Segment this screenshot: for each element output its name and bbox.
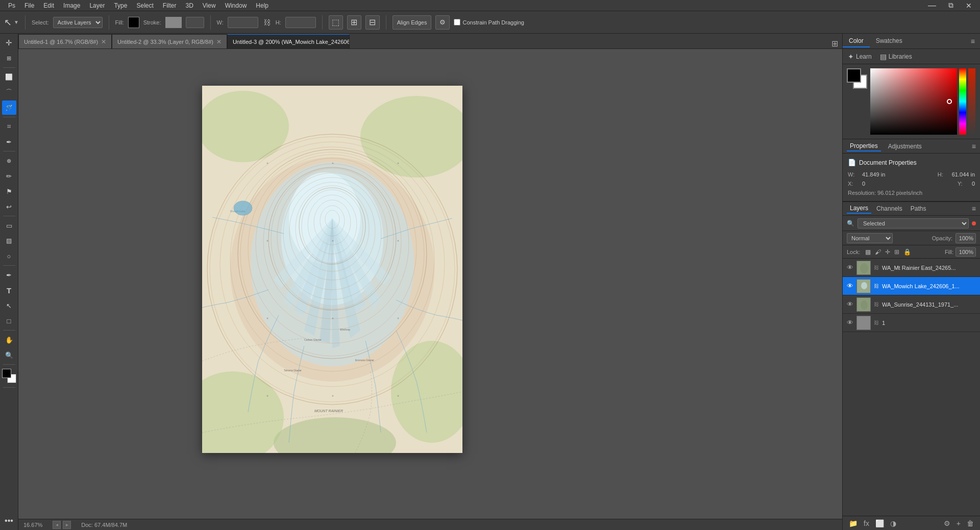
- tab-2[interactable]: Untitled-2 @ 33.3% (Layer 0, RGB/8#) ✕: [112, 34, 227, 48]
- menu-3d[interactable]: 3D: [181, 1, 197, 10]
- tool-eyedropper[interactable]: ✒: [2, 135, 16, 149]
- layer-2-visibility-icon[interactable]: 👁: [847, 282, 853, 290]
- layer-item-4[interactable]: 👁 ⛓ 1: [843, 314, 980, 332]
- delete-layer-btn[interactable]: 🗑: [965, 518, 976, 528]
- layer-4-visibility-icon[interactable]: 👁: [847, 319, 853, 326]
- tab-color[interactable]: Color: [843, 35, 870, 47]
- menu-filter[interactable]: Filter: [159, 1, 181, 10]
- tool-extra[interactable]: •••: [2, 514, 16, 528]
- menu-window[interactable]: Window: [221, 1, 251, 10]
- lock-artboard-icon[interactable]: ⊞: [893, 247, 900, 257]
- fill-input[interactable]: [955, 247, 976, 257]
- minimize-btn[interactable]: —: [924, 0, 940, 11]
- layers-collapse[interactable]: ≡: [972, 205, 976, 213]
- menu-select[interactable]: Select: [132, 1, 157, 10]
- tool-brush[interactable]: ✏: [2, 169, 16, 183]
- tool-move[interactable]: ✛: [2, 36, 16, 50]
- gear-icon[interactable]: ⚙: [435, 15, 450, 30]
- restore-btn[interactable]: ⧉: [944, 0, 958, 11]
- fg-bg-color-swatch[interactable]: [2, 369, 16, 383]
- menu-type[interactable]: Type: [110, 1, 131, 10]
- tool-marquee[interactable]: ⬜: [2, 70, 16, 84]
- tab-adjustments[interactable]: Adjustments: [885, 142, 925, 151]
- stroke-width-input[interactable]: [186, 17, 204, 28]
- tab-layers[interactable]: Layers: [847, 204, 871, 214]
- opacity-input[interactable]: [955, 233, 976, 243]
- lock-image-icon[interactable]: 🖌: [874, 247, 882, 257]
- tool-stamp[interactable]: ⚑: [2, 184, 16, 198]
- tool-pen[interactable]: ✒: [2, 268, 16, 282]
- new-group-btn[interactable]: 📁: [847, 518, 860, 528]
- canvas-viewport[interactable]: MOUNT RAINIER Carbon Glacier Winthrop Ta…: [18, 49, 842, 519]
- menu-file[interactable]: File: [20, 1, 38, 10]
- blend-mode-select[interactable]: Normal Multiply Screen Overlay: [847, 233, 893, 243]
- menu-ps[interactable]: Ps: [4, 1, 19, 10]
- stroke-swatch[interactable]: [165, 17, 182, 28]
- constrain-dragging-label[interactable]: Constrain Path Dragging: [454, 19, 524, 26]
- path-btn-3[interactable]: ⊟: [365, 15, 380, 30]
- tool-crop[interactable]: ⌗: [2, 119, 16, 134]
- tool-gradient[interactable]: ▨: [2, 234, 16, 248]
- fx-btn[interactable]: fx: [862, 518, 871, 528]
- tab-1-close[interactable]: ✕: [101, 38, 106, 45]
- tool-history-brush[interactable]: ↩: [2, 199, 16, 214]
- adjustment-btn[interactable]: ◑: [888, 518, 898, 528]
- lock-position-icon[interactable]: ✛: [884, 247, 891, 257]
- mask-btn[interactable]: ⬜: [873, 518, 886, 528]
- tab-properties[interactable]: Properties: [847, 141, 881, 152]
- tool-dodge[interactable]: ○: [2, 249, 16, 263]
- fill-swatch[interactable]: [128, 17, 139, 28]
- color-alpha-bar[interactable]: [968, 68, 975, 135]
- tool-lasso[interactable]: ⌒: [2, 85, 16, 99]
- tool-path-select[interactable]: ↖: [2, 298, 16, 313]
- link-icon[interactable]: ⛓: [262, 18, 272, 27]
- fg-color-swatch[interactable]: [847, 68, 861, 83]
- lock-all-icon[interactable]: 🔒: [902, 247, 912, 257]
- new-layer-btn[interactable]: +: [954, 518, 963, 528]
- tab-channels[interactable]: Channels: [873, 204, 905, 213]
- tab-2-close[interactable]: ✕: [216, 38, 222, 45]
- layers-filter-select[interactable]: Selected All Name: [857, 218, 969, 229]
- libraries-btn[interactable]: ▤ Libraries: [880, 53, 912, 61]
- tool-hand[interactable]: ✋: [2, 333, 16, 347]
- learn-btn[interactable]: ✦ Learn: [848, 53, 872, 61]
- h-input[interactable]: [285, 17, 316, 28]
- tool-shape[interactable]: □: [2, 314, 16, 328]
- tool-artboard[interactable]: ⊞: [2, 51, 16, 65]
- tool-type[interactable]: T: [2, 283, 16, 297]
- menu-image[interactable]: Image: [59, 1, 84, 10]
- tool-heal[interactable]: ⊕: [2, 154, 16, 168]
- path-btn-1[interactable]: ⬚: [329, 15, 343, 30]
- menu-view[interactable]: View: [199, 1, 220, 10]
- layer-item-3[interactable]: 👁 ⛓ WA_Sunrise_244131_1971_...: [843, 295, 980, 314]
- align-edges-btn[interactable]: Align Edges: [393, 15, 432, 30]
- nav-right-btn[interactable]: ▸: [63, 521, 71, 529]
- tab-swatches[interactable]: Swatches: [870, 35, 909, 47]
- constrain-dragging-checkbox[interactable]: [454, 19, 460, 26]
- fg-bg-swatch[interactable]: [847, 68, 867, 89]
- layer-item-1[interactable]: 👁 ⛓ WA_Mt Rainier East_24265...: [843, 259, 980, 277]
- select-dropdown[interactable]: Active Layers: [53, 17, 103, 28]
- menu-layer[interactable]: Layer: [85, 1, 109, 10]
- settings-btn[interactable]: ⚙: [942, 518, 952, 528]
- tool-eraser[interactable]: ▭: [2, 218, 16, 233]
- properties-collapse[interactable]: ≡: [972, 142, 976, 150]
- tab-paths[interactable]: Paths: [908, 204, 929, 213]
- color-hue-bar[interactable]: [959, 68, 966, 135]
- tab-1[interactable]: Untitled-1 @ 16.7% (RGB/8#) ✕: [18, 34, 112, 48]
- path-btn-2[interactable]: ⊞: [347, 15, 361, 30]
- menu-help[interactable]: Help: [252, 1, 273, 10]
- color-panel-collapse[interactable]: ≡: [970, 36, 976, 46]
- tool-quick-select[interactable]: 🪄: [2, 100, 16, 115]
- close-btn[interactable]: ✕: [962, 1, 976, 11]
- layer-3-visibility-icon[interactable]: 👁: [847, 300, 853, 308]
- lock-transparent-icon[interactable]: ▩: [864, 247, 872, 257]
- layer-1-visibility-icon[interactable]: 👁: [847, 264, 853, 271]
- color-gradient-picker[interactable]: [870, 68, 957, 135]
- layer-item-2[interactable]: 👁 ⛓ WA_Mowich Lake_242606_1...: [843, 277, 980, 295]
- menu-edit[interactable]: Edit: [39, 1, 58, 10]
- tool-zoom[interactable]: 🔍: [2, 348, 16, 362]
- nav-left-btn[interactable]: ◂: [53, 521, 61, 529]
- tab-3[interactable]: Untitled-3 @ 200% (WA_Mowich Lake_242606…: [227, 34, 350, 48]
- panel-toggle-btn[interactable]: ⊞: [831, 39, 838, 48]
